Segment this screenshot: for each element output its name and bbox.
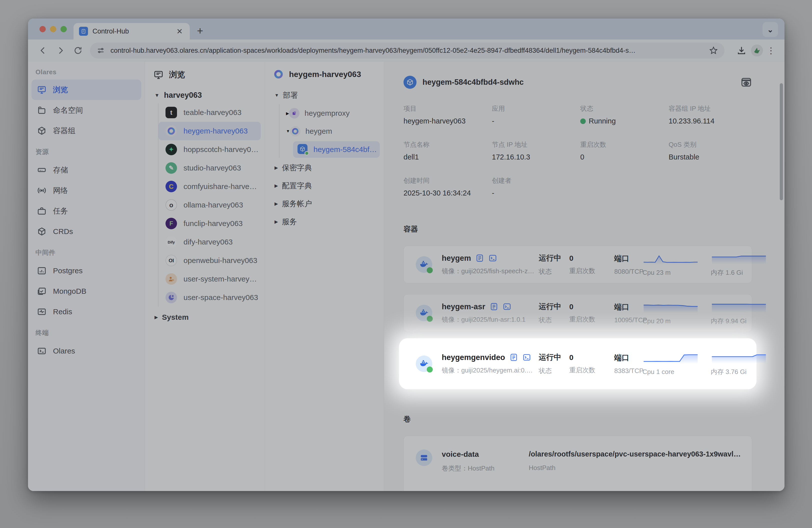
running-status-dot	[580, 118, 586, 124]
bookmark-star-icon[interactable]	[709, 46, 718, 55]
tree-item-funclip[interactable]: F funclip-harvey063	[159, 214, 261, 233]
studio-icon: ✎	[165, 162, 177, 174]
close-window-button[interactable]	[40, 26, 46, 32]
tree-node-harvey063[interactable]: ▼ harvey063	[145, 87, 265, 103]
field-project: 项目heygem-harvey063	[404, 104, 487, 125]
tree-item-teable[interactable]: t teable-harvey063	[159, 103, 261, 122]
sidebar-item-crds[interactable]: CRDs	[31, 221, 141, 242]
tree-item-openwebui[interactable]: OI openwebui-harvey063	[159, 251, 261, 270]
container-restarts: 0	[569, 254, 595, 263]
cpu-sparkline	[642, 352, 699, 364]
tree-item-studio[interactable]: ✎ studio-harvey063	[159, 159, 261, 177]
container-port-label: 端口	[614, 353, 643, 363]
workload-panel-header: heygem-harvey063	[265, 69, 384, 79]
sidebar-item-browse[interactable]: 浏览	[31, 79, 141, 100]
deployment-icon	[289, 108, 300, 118]
sidebar-item-storage[interactable]: 存储	[31, 160, 141, 180]
storage-icon	[37, 165, 46, 175]
sidebar-item-olares-terminal[interactable]: Olares	[31, 341, 141, 361]
memory-sparkline	[711, 252, 767, 264]
vertical-scrollbar-thumb[interactable]	[780, 83, 783, 200]
docker-whale-icon	[416, 355, 432, 372]
tree-item-heygem-deploy[interactable]: ▼ heygem	[279, 122, 384, 140]
cube-icon	[37, 126, 46, 135]
reload-button[interactable]	[72, 44, 85, 57]
tree-node-system[interactable]: ▶ System	[145, 308, 265, 326]
tree-item-user-space[interactable]: user-space-harvey063	[159, 288, 261, 307]
downloads-button[interactable]	[735, 44, 748, 57]
tab-control-hub[interactable]: Control-Hub ✕	[73, 23, 190, 40]
field-pod-ip: 容器组 IP 地址10.233.96.114	[669, 104, 752, 125]
tree-item-pod[interactable]: heygem-584c4bfb…	[293, 141, 380, 158]
user-system-icon	[165, 273, 177, 285]
sidebar-item-postgres[interactable]: Postgres	[31, 261, 141, 281]
container-status: 运行中	[539, 253, 561, 263]
preview-eye-icon[interactable]	[740, 76, 752, 88]
tree-node-secrets[interactable]: ▶保密字典	[265, 159, 384, 177]
user-space-icon	[165, 292, 177, 303]
tree-item-heygemproxy[interactable]: ▶ heygemproxy	[279, 104, 384, 122]
profile-avatar[interactable]	[751, 44, 764, 57]
zoom-window-button[interactable]	[60, 26, 67, 32]
sidebar-item-redis[interactable]: Redis	[31, 302, 141, 322]
sidebar-item-network[interactable]: 网络	[31, 180, 141, 201]
tab-search-chevron-icon[interactable]: ⌄	[763, 22, 778, 37]
hoppscotch-icon: ✦	[165, 144, 177, 155]
caret-right-icon[interactable]: ▶	[286, 111, 289, 116]
caret-down-icon[interactable]: ▼	[286, 129, 290, 133]
container-row-heygem-asr: heygem-asr 镜像：guiji2025/fun-asr:1.0.1 运行…	[404, 294, 752, 332]
sidebar-item-namespaces[interactable]: 命名空间	[31, 100, 141, 120]
container-restarts: 0	[569, 353, 595, 362]
tree-node-serviceaccounts[interactable]: ▶服务帐户	[265, 195, 384, 213]
nav-sidebar: Olares 浏览 命名空间 容器组 资源 存储 网络	[28, 62, 145, 491]
container-terminal-icon[interactable]	[522, 353, 531, 362]
tree-item-user-system[interactable]: user-system-harvey…	[159, 270, 261, 288]
pod-fields-grid: 项目heygem-harvey063 应用- 状态 Running 容器组 IP…	[404, 104, 752, 197]
new-tab-button[interactable]: +	[197, 25, 203, 37]
pod-running-dot	[304, 151, 309, 156]
monitor-icon	[37, 85, 46, 94]
tree-item-heygem[interactable]: heygem-harvey063	[159, 122, 261, 140]
sidebar-item-mongodb[interactable]: MongoDB	[31, 281, 141, 302]
tree-item-comfyuishare[interactable]: C comfyuishare-harve…	[159, 177, 261, 196]
tree-item-dify[interactable]: Dify dify-harvey063	[159, 233, 261, 251]
container-running-dot	[427, 316, 433, 322]
tree-node-deployments[interactable]: ▼ 部署	[265, 86, 384, 104]
container-port-label: 端口	[614, 253, 643, 264]
sidebar-item-pods[interactable]: 容器组	[31, 120, 141, 141]
memory-sparkline	[711, 301, 767, 313]
container-restarts: 0	[569, 303, 595, 311]
tree-node-configmaps[interactable]: ▶配置字典	[265, 177, 384, 195]
caret-down-icon[interactable]: ▼	[275, 93, 279, 98]
container-logs-icon[interactable]	[490, 303, 498, 311]
status-badge: Running	[589, 117, 616, 125]
tree-item-hoppscotch[interactable]: ✦ hoppscotch-harvey0…	[159, 140, 261, 159]
traffic-lights	[40, 26, 67, 32]
sidebar-item-jobs[interactable]: 任务	[31, 201, 141, 221]
forward-button[interactable]	[54, 44, 67, 57]
address-bar[interactable]: control-hub.harvey063.olares.cn/applicat…	[90, 43, 725, 59]
field-restarts: 重启次数0	[580, 140, 664, 161]
monitor-icon	[154, 70, 163, 80]
container-terminal-icon[interactable]	[503, 303, 511, 311]
menu-kebab-icon[interactable]: ⋮	[765, 44, 778, 57]
site-settings-icon[interactable]	[97, 46, 105, 55]
field-status: 状态 Running	[580, 104, 664, 125]
caret-down-icon[interactable]: ▼	[155, 92, 160, 98]
tree-item-ollama[interactable]: o ollama-harvey063	[159, 196, 261, 214]
cpu-sparkline	[642, 301, 699, 313]
barchart-icon	[37, 266, 46, 276]
caret-right-icon[interactable]: ▶	[155, 314, 158, 320]
container-row-heygem: heygem 镜像：guiji2025/fish-speech-ziming:……	[404, 246, 752, 283]
url-text[interactable]: control-hub.harvey063.olares.cn/applicat…	[111, 47, 705, 55]
container-running-dot	[427, 267, 433, 273]
namespace-icon	[37, 105, 46, 115]
tree-node-services[interactable]: ▶服务	[265, 213, 384, 231]
minimize-window-button[interactable]	[50, 26, 56, 32]
container-logs-icon[interactable]	[509, 353, 518, 362]
back-button[interactable]	[37, 44, 49, 57]
container-terminal-icon[interactable]	[489, 254, 497, 263]
container-logs-icon[interactable]	[476, 254, 484, 263]
heygem-icon	[290, 126, 301, 136]
tab-close-icon[interactable]: ✕	[175, 27, 184, 36]
